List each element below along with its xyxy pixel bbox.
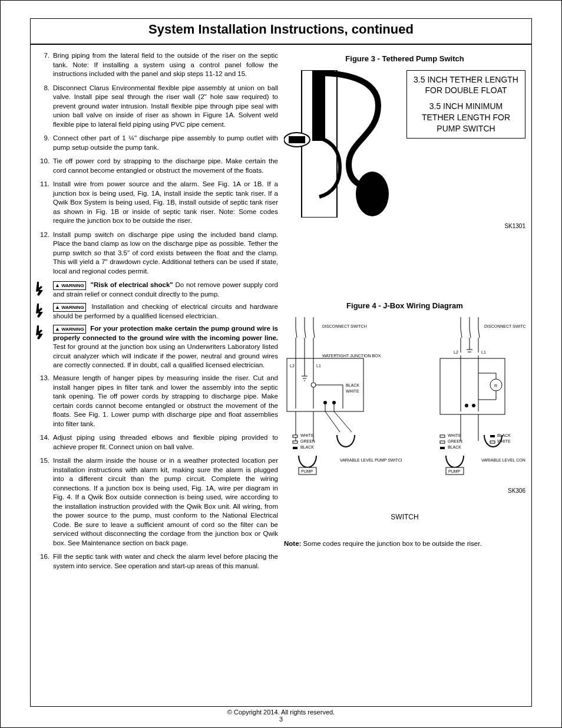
svg-text:WATERTIGHT JUNCTION BOX: WATERTIGHT JUNCTION BOX [322, 354, 381, 358]
right-column: Figure 3 - Tethered Pump Switch 3.5 INCH… [284, 51, 525, 700]
svg-rect-41 [293, 447, 297, 449]
warning-2: ▲ WARNING Installation and checking of e… [37, 302, 278, 321]
svg-text:VARIABLE LEVEL PUMP SWITCH: VARIABLE LEVEL PUMP SWITCH [340, 458, 402, 462]
footer: © Copyright 2014. All rights reserved. 3 [1, 709, 561, 723]
svg-text:PUMP: PUMP [448, 469, 461, 473]
columns: 7.Bring piping from the lateral field to… [37, 51, 525, 700]
step-12: 12.Install pump switch on discharge pipe… [37, 230, 278, 276]
svg-text:BLACK: BLACK [346, 383, 359, 387]
svg-text:L1: L1 [316, 364, 321, 368]
step-9: 9.Connect other part of 1 ¼" discharge p… [37, 134, 278, 152]
svg-line-46 [334, 411, 352, 432]
svg-rect-76 [440, 435, 445, 437]
svg-rect-39 [293, 441, 297, 443]
jbox-wiring-right-icon: DISCONNECT SWITCH L2L1 R WHITE [408, 317, 525, 482]
warning-badge: ▲ WARNING [53, 303, 86, 312]
svg-text:BLACK: BLACK [300, 445, 314, 449]
page-number: 3 [1, 716, 561, 723]
svg-text:WHITE: WHITE [346, 389, 359, 393]
svg-text:GREEN: GREEN [300, 439, 315, 443]
svg-text:WHITE: WHITE [300, 433, 314, 437]
svg-line-9 [305, 329, 306, 338]
svg-text:R: R [494, 384, 497, 388]
svg-point-21 [311, 383, 316, 387]
svg-line-52 [470, 329, 471, 338]
svg-text:VARIABLE LEVEL CONTROL SWITCH: VARIABLE LEVEL CONTROL SWITCH [481, 458, 525, 462]
svg-text:DISCONNECT SWITCH: DISCONNECT SWITCH [484, 324, 525, 328]
svg-line-45 [325, 411, 340, 432]
hand-shock-icon [34, 281, 50, 297]
page-title: System Installation Instructions, contin… [31, 22, 531, 37]
svg-text:DISCONNECT SWITCH: DISCONNECT SWITCH [322, 324, 367, 328]
svg-text:L2: L2 [290, 364, 295, 368]
warning-3: ▲ WARNING For your protection make certa… [37, 324, 278, 370]
svg-rect-84 [490, 441, 495, 443]
svg-point-72 [465, 404, 468, 407]
svg-line-51 [461, 329, 462, 338]
title-rule [31, 44, 531, 45]
svg-rect-82 [490, 435, 495, 437]
step-8: 8.Disconnect Clarus Environmental flexib… [37, 84, 278, 130]
page: System Installation Instructions, contin… [0, 0, 562, 728]
svg-text:L2: L2 [454, 350, 458, 354]
svg-text:WHITE: WHITE [448, 433, 461, 437]
steps-list-a: 7.Bring piping from the lateral field to… [37, 51, 278, 276]
svg-line-10 [313, 329, 315, 338]
fig4-note: Note: Some codes require the junction bo… [284, 539, 525, 549]
svg-line-8 [296, 329, 297, 338]
svg-rect-1 [312, 70, 325, 141]
svg-text:GREEN: GREEN [448, 439, 462, 443]
warning-badge: ▲ WARNING [53, 325, 86, 334]
fig3-label-2: 3.5 INCH MINIMUM TETHER LENGTH FOR PUMP … [413, 101, 519, 134]
figure-3-labelbox: 3.5 INCH TETHER LENGTH FOR DOUBLE FLOAT … [406, 70, 525, 139]
svg-point-4 [356, 172, 389, 216]
step-15: 15.Install the alarm inside the house or… [37, 456, 278, 548]
step-10: 10.Tie off power cord by strapping to th… [37, 157, 278, 175]
tethered-pump-switch-icon [284, 70, 402, 218]
step-11: 11.Install wire from power source and th… [37, 180, 278, 226]
svg-rect-37 [293, 435, 297, 437]
switch-label: SWITCH [284, 512, 525, 522]
warning-badge: ▲ WARNING [53, 281, 86, 290]
fig3-sk: SK1301 [284, 222, 525, 230]
figure-3-title: Figure 3 - Tethered Pump Switch [284, 54, 525, 64]
figure-4-wrap: Figure 4 - J-Box Wiring Diagram DISCONNE… [284, 301, 525, 549]
svg-point-73 [472, 404, 475, 407]
svg-text:PUMP: PUMP [301, 469, 313, 473]
figure-3: 3.5 INCH TETHER LENGTH FOR DOUBLE FLOAT … [284, 70, 525, 218]
step-13: 13.Measure length of hanger pipes by mea… [37, 374, 278, 429]
svg-line-53 [478, 329, 480, 338]
steps-list-b: 13.Measure length of hanger pipes by mea… [37, 374, 278, 571]
hand-shock-icon [34, 324, 50, 341]
svg-text:BLACK: BLACK [497, 433, 511, 437]
warning-1: ▲ WARNING "Risk of electrical shock" Do … [37, 281, 278, 299]
fig3-label-1: 3.5 INCH TETHER LENGTH FOR DOUBLE FLOAT [413, 74, 519, 97]
svg-text:L1: L1 [481, 350, 486, 354]
svg-text:BLACK: BLACK [448, 445, 461, 449]
hand-shock-icon [34, 302, 50, 319]
jbox-wiring-left-icon: DISCONNECT SWITCH WATERTIGHT JUNCTION BO… [284, 317, 402, 482]
figure-4-title: Figure 4 - J-Box Wiring Diagram [284, 301, 525, 311]
step-14: 14.Adjust piping using threaded elbows a… [37, 433, 278, 452]
fig4-sk: SK306 [284, 487, 525, 495]
svg-rect-78 [440, 441, 445, 443]
left-column: 7.Bring piping from the lateral field to… [37, 51, 278, 700]
copyright: © Copyright 2014. All rights reserved. [227, 709, 335, 716]
svg-rect-80 [440, 447, 445, 449]
step-7: 7.Bring piping from the lateral field to… [37, 51, 278, 79]
svg-rect-3 [289, 136, 305, 143]
content-frame: System Installation Instructions, contin… [30, 18, 532, 707]
step-16: 16.Fill the septic tank with water and c… [37, 552, 278, 571]
figure-4: DISCONNECT SWITCH WATERTIGHT JUNCTION BO… [284, 317, 525, 482]
